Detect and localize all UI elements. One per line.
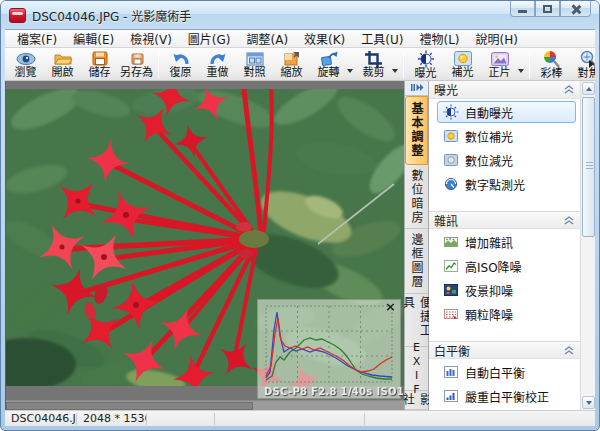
minimize-button[interactable]	[510, 1, 535, 17]
main-area: × DSC-P8 F2.8 1/40s ISO100 基本調整 數位暗房 邊框圖…	[5, 81, 595, 410]
image-canvas[interactable]: × DSC-P8 F2.8 1/40s ISO100	[5, 81, 404, 410]
arrow-down-icon	[586, 401, 592, 405]
histogram-overlay: × DSC-P8 F2.8 1/40s ISO100	[257, 299, 401, 399]
chevron-down-icon	[392, 69, 398, 73]
positive-film-button[interactable]: 正片	[481, 49, 518, 80]
panel-collapse-button[interactable]	[405, 81, 428, 96]
resize-button[interactable]: 縮放	[273, 49, 310, 80]
exposure-button[interactable]: 曝光	[407, 49, 444, 80]
save-icon	[91, 50, 109, 67]
open-button[interactable]: 開啟	[44, 49, 81, 80]
panel-scrollbar[interactable]	[580, 81, 595, 410]
section-header-exposure[interactable]: 曝光	[429, 81, 580, 99]
tab-handy-tools[interactable]: 便捷工具	[405, 294, 428, 347]
horizontal-scrollbar[interactable]	[6, 400, 404, 410]
digital-dim-light-icon	[442, 152, 459, 168]
section-header-noise[interactable]: 雜訊	[429, 211, 580, 229]
menu-image[interactable]: 圖片(G)	[180, 29, 239, 49]
status-dimensions: 2048 * 1536	[77, 413, 147, 425]
app-icon	[9, 8, 26, 23]
color-wand-button[interactable]: 彩棒	[533, 49, 570, 80]
grain-denoise-icon	[442, 306, 459, 322]
crop-icon	[364, 50, 383, 67]
scroll-up-button[interactable]	[582, 82, 595, 95]
toolbar-separator	[403, 51, 404, 78]
menu-help[interactable]: 說明(H)	[468, 29, 526, 49]
menu-view[interactable]: 檢視(V)	[122, 29, 180, 49]
fill-light-button[interactable]: 補光	[444, 49, 481, 80]
severe-wb-correction-icon	[442, 388, 459, 404]
positive-film-icon	[490, 50, 510, 67]
menu-edit[interactable]: 編輯(E)	[65, 29, 122, 49]
histogram-plot	[258, 300, 400, 398]
adjust-panel: 曝光 自動曝光 數位補光 數位減光	[429, 81, 595, 410]
histogram-caption: DSC-P8 F2.8 1/40s ISO100	[264, 386, 404, 397]
redo-button[interactable]: 重做	[199, 49, 236, 80]
save-as-button[interactable]: 另存為	[118, 49, 155, 80]
save-button[interactable]: 儲存	[81, 49, 118, 80]
menubar: 檔案(F) 編輯(E) 檢視(V) 圖片(G) 調整(A) 效果(K) 工具(U…	[5, 29, 595, 48]
titlebar: DSC04046.JPG - 光影魔術手	[1, 1, 599, 29]
tab-frame-layer[interactable]: 邊框圖層	[405, 229, 428, 294]
tab-community[interactable]: 光影社區	[405, 391, 428, 410]
item-night-denoise[interactable]: 夜景抑噪	[437, 279, 576, 301]
maximize-icon	[543, 5, 552, 13]
arrow-up-icon	[586, 87, 592, 91]
status-cell	[365, 413, 595, 425]
item-auto-white-balance[interactable]: 自動白平衡	[437, 361, 576, 383]
item-auto-exposure[interactable]: 自動曝光	[437, 101, 576, 123]
toolbar-separator	[158, 51, 159, 78]
crop-dropdown[interactable]	[392, 49, 400, 80]
panel-scrollbar-thumb[interactable]	[582, 97, 595, 237]
browse-button[interactable]: 瀏覽	[7, 49, 44, 80]
menu-file[interactable]: 檔案(F)	[9, 29, 65, 49]
collapse-chevron-icon[interactable]	[564, 216, 574, 225]
item-digital-dim-light[interactable]: 數位減光	[437, 149, 576, 171]
close-button[interactable]	[560, 1, 591, 17]
menu-tools[interactable]: 工具(U)	[353, 29, 411, 49]
rotate-button[interactable]: 旋轉	[310, 49, 347, 80]
compare-button[interactable]: 對照	[236, 49, 273, 80]
minimize-icon	[518, 10, 527, 13]
high-iso-denoise-icon	[442, 258, 459, 274]
positive-film-dropdown[interactable]	[518, 49, 526, 80]
browse-icon	[16, 50, 36, 67]
crop-button[interactable]: 裁剪	[355, 49, 392, 80]
window-controls	[510, 1, 591, 17]
item-grain-denoise[interactable]: 顆粒降噪	[437, 303, 576, 325]
exposure-icon	[416, 50, 436, 68]
menu-adjust[interactable]: 調整(A)	[238, 29, 296, 49]
item-add-noise[interactable]: 增加雜訊	[437, 231, 576, 253]
toolbar: 瀏覽 開啟 儲存 另存為 復原 重做	[5, 48, 595, 81]
menu-gifts[interactable]: 禮物(L)	[411, 29, 467, 49]
undo-button[interactable]: 復原	[162, 49, 199, 80]
status-cell	[215, 413, 365, 425]
maximize-button[interactable]	[535, 1, 560, 17]
toolbar-overflow-button[interactable]	[589, 60, 594, 68]
auto-white-balance-icon	[442, 364, 459, 380]
close-icon	[571, 4, 581, 14]
tab-exif[interactable]: EXIF	[405, 347, 428, 391]
menu-effects[interactable]: 效果(K)	[296, 29, 353, 49]
panel-content: 曝光 自動曝光 數位補光 數位減光	[429, 81, 580, 410]
compare-icon	[245, 50, 265, 67]
item-digital-fill-light[interactable]: 數位補光	[437, 125, 576, 147]
undo-icon	[171, 50, 191, 67]
section-header-white-balance[interactable]: 白平衡	[429, 341, 580, 359]
item-severe-wb-correction[interactable]: 嚴重白平衡校正	[437, 385, 576, 407]
resize-icon	[283, 50, 301, 67]
horizontal-scrollbar-thumb[interactable]	[6, 402, 253, 410]
histogram-green-curve	[266, 338, 392, 380]
histogram-close-button[interactable]: ×	[385, 301, 396, 313]
tab-digital-darkroom[interactable]: 數位暗房	[405, 165, 428, 229]
window-title: DSC04046.JPG - 光影魔術手	[32, 7, 191, 24]
item-high-iso-denoise[interactable]: 高ISO降噪	[437, 255, 576, 277]
tab-basic-adjust[interactable]: 基本調整	[405, 96, 428, 166]
sidebar-tabstrip: 基本調整 數位暗房 邊框圖層 便捷工具 EXIF 光影社區	[404, 81, 429, 410]
scroll-down-button[interactable]	[582, 396, 595, 409]
collapse-chevron-icon[interactable]	[564, 346, 574, 355]
rotate-dropdown[interactable]	[347, 49, 355, 80]
status-cell	[147, 413, 215, 425]
item-digital-spot-metering[interactable]: 數字點測光	[437, 173, 576, 195]
collapse-chevron-icon[interactable]	[564, 85, 574, 94]
